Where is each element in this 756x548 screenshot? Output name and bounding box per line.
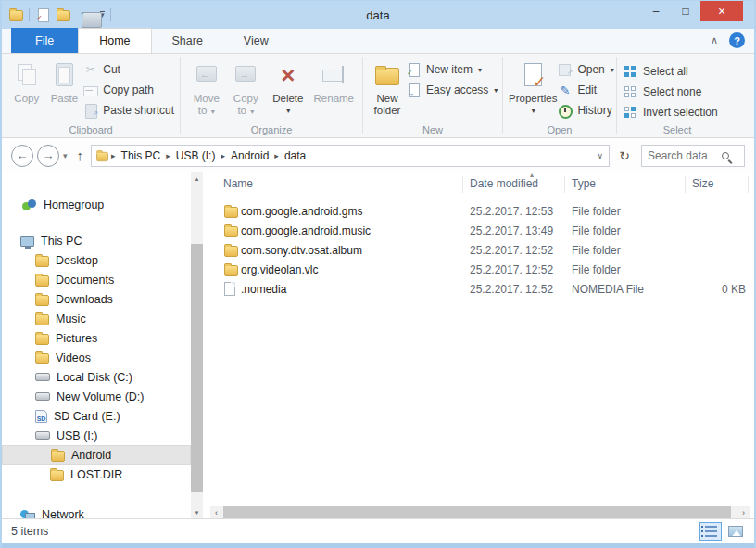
scroll-left-icon[interactable]: ‹ xyxy=(210,506,222,518)
breadcrumb-separator: ▸ xyxy=(109,151,118,160)
address-bar[interactable]: ▸ This PC ▸ USB (I:) ▸ Android ▸ data ∨ xyxy=(91,145,610,167)
column-type[interactable]: Type xyxy=(572,177,596,190)
column-divider[interactable] xyxy=(748,176,749,193)
maximize-button[interactable]: □ xyxy=(671,1,700,21)
folder-icon xyxy=(35,334,49,345)
breadcrumb-usb[interactable]: USB (I:) xyxy=(172,149,220,162)
folder-icon xyxy=(224,265,238,276)
table-row[interactable]: com.google.android.gms 25.2.2017. 12:53 … xyxy=(210,201,750,221)
scroll-up-icon[interactable]: ▲ xyxy=(191,172,203,185)
table-row[interactable]: com.google.android.music 25.2.2017. 13:4… xyxy=(210,221,750,240)
scrollbar-thumb[interactable] xyxy=(191,244,203,492)
scroll-down-icon[interactable]: ▼ xyxy=(191,506,203,518)
divider xyxy=(110,8,111,21)
folder-icon xyxy=(35,256,49,267)
sidebar-item-sd-card-e[interactable]: SDSD Card (E:) xyxy=(2,406,191,426)
qat-properties-icon[interactable]: ✓ xyxy=(35,7,51,22)
paste-shortcut-button[interactable]: ↗ Paste shortcut xyxy=(82,100,174,121)
copy-path-button[interactable]: Copy path xyxy=(82,80,174,100)
qat-export-icon[interactable]: ↑ xyxy=(76,6,94,23)
minimize-button[interactable]: – xyxy=(641,1,671,21)
sidebar-scrollbar[interactable]: ▲ ▼ xyxy=(191,172,203,518)
table-row[interactable]: com.sony.dtv.osat.album 25.2.2017. 12:52… xyxy=(210,240,750,260)
sidebar-item-lost-dir[interactable]: LOST.DIR xyxy=(2,465,191,484)
move-to-button[interactable]: ← Move to ▾ xyxy=(186,57,227,118)
refresh-icon[interactable]: ↻ xyxy=(613,145,636,167)
copy-button[interactable]: Copy xyxy=(7,57,46,105)
edit-button[interactable]: ✎ Edit xyxy=(557,80,613,100)
ribbon-tabs: File Home Share View ∧ ? xyxy=(2,29,754,54)
column-name[interactable]: Name xyxy=(223,177,253,190)
forward-button[interactable]: → xyxy=(37,145,59,167)
sidebar-item-local-disk-c[interactable]: Local Disk (C:) xyxy=(2,367,191,387)
history-button[interactable]: History xyxy=(557,100,613,121)
breadcrumb-this-pc[interactable]: This PC xyxy=(118,149,165,162)
breadcrumb-separator: ▸ xyxy=(219,151,227,160)
sidebar-item-videos[interactable]: Videos xyxy=(2,348,191,367)
copy-to-button[interactable]: → Copy to ▾ xyxy=(227,57,266,118)
sidebar-item-documents[interactable]: Documents xyxy=(2,270,191,289)
divider xyxy=(29,8,30,21)
column-divider[interactable] xyxy=(564,176,565,193)
tab-view[interactable]: View xyxy=(223,28,289,53)
table-row[interactable]: org.videolan.vlc 25.2.2017. 12:52 File f… xyxy=(210,260,750,279)
column-date-modified[interactable]: Date modified xyxy=(470,177,538,190)
file-list-hscrollbar[interactable]: ‹ › xyxy=(210,506,750,518)
paste-button[interactable]: Paste xyxy=(46,57,83,105)
column-divider[interactable] xyxy=(462,176,463,193)
sidebar-item-music[interactable]: Music xyxy=(2,309,191,328)
back-button[interactable]: ← xyxy=(11,145,33,167)
paste-shortcut-icon: ↗ xyxy=(82,103,98,118)
new-folder-button[interactable]: New folder xyxy=(369,57,406,117)
details-view-button[interactable] xyxy=(699,522,722,541)
select-none-button[interactable]: Select none xyxy=(623,82,718,102)
folder-icon xyxy=(224,226,238,237)
sidebar-item-desktop[interactable]: Desktop xyxy=(2,250,191,270)
close-button[interactable]: × xyxy=(700,1,743,21)
breadcrumb-data[interactable]: data xyxy=(281,149,309,162)
column-size[interactable]: Size xyxy=(692,177,713,190)
delete-icon: × xyxy=(272,60,304,90)
thumbnails-view-button[interactable] xyxy=(724,522,747,541)
column-divider[interactable] xyxy=(685,176,686,193)
recent-locations-icon[interactable]: ▾ xyxy=(63,151,68,160)
easy-access-button[interactable]: → Easy access ▾ xyxy=(406,80,498,100)
folder-icon xyxy=(35,353,49,364)
up-button[interactable]: ↑ xyxy=(77,147,84,163)
scrollbar-thumb[interactable] xyxy=(223,506,731,518)
sidebar-item-homegroup[interactable]: Homegroup xyxy=(2,195,191,214)
select-all-icon xyxy=(623,64,638,79)
qat-new-folder-icon[interactable] xyxy=(57,10,70,21)
invert-selection-button[interactable]: Invert selection xyxy=(623,102,718,122)
tab-home[interactable]: Home xyxy=(78,28,151,53)
cut-button[interactable]: ✂ Cut xyxy=(82,59,174,80)
sidebar-item-android[interactable]: Android xyxy=(2,445,191,465)
usb-drive-icon xyxy=(35,431,50,440)
search-box[interactable] xyxy=(641,145,745,167)
help-icon[interactable]: ? xyxy=(729,32,745,48)
breadcrumb-android[interactable]: Android xyxy=(227,149,272,162)
select-all-button[interactable]: Select all xyxy=(623,61,718,82)
address-dropdown-icon[interactable]: ∨ xyxy=(597,151,603,160)
search-icon xyxy=(722,152,729,159)
sidebar-item-downloads[interactable]: Downloads xyxy=(2,289,191,309)
file-icon xyxy=(224,282,235,296)
properties-button[interactable]: ✓ Properties ▾ xyxy=(509,57,557,117)
homegroup-icon xyxy=(22,198,37,211)
sidebar-item-new-volume-d[interactable]: New Volume (D:) xyxy=(2,387,191,406)
tab-share[interactable]: Share xyxy=(152,28,223,53)
new-item-button[interactable]: ✓ New item ▾ xyxy=(406,59,498,80)
group-clipboard: Copy Paste ✂ Cut Copy path ↗ Paste short… xyxy=(2,54,180,137)
search-input[interactable] xyxy=(648,149,722,162)
scroll-right-icon[interactable]: › xyxy=(737,506,750,518)
delete-button[interactable]: × Delete ▾ xyxy=(265,57,310,117)
tab-file[interactable]: File xyxy=(11,28,78,53)
sidebar-item-this-pc[interactable]: This PC xyxy=(2,231,191,250)
rename-button[interactable]: Rename xyxy=(311,57,357,105)
collapse-ribbon-icon[interactable]: ∧ xyxy=(711,34,718,46)
group-organize: ← Move to ▾ → Copy to ▾ × Delete ▾ Renam… xyxy=(181,54,362,137)
sidebar-item-usb-i[interactable]: USB (I:) xyxy=(2,426,191,445)
table-row[interactable]: .nomedia 25.2.2017. 12:52 NOMEDIA File 0… xyxy=(210,279,750,299)
open-button[interactable]: ↗ Open ▾ xyxy=(557,59,613,80)
sidebar-item-pictures[interactable]: Pictures xyxy=(2,328,191,348)
